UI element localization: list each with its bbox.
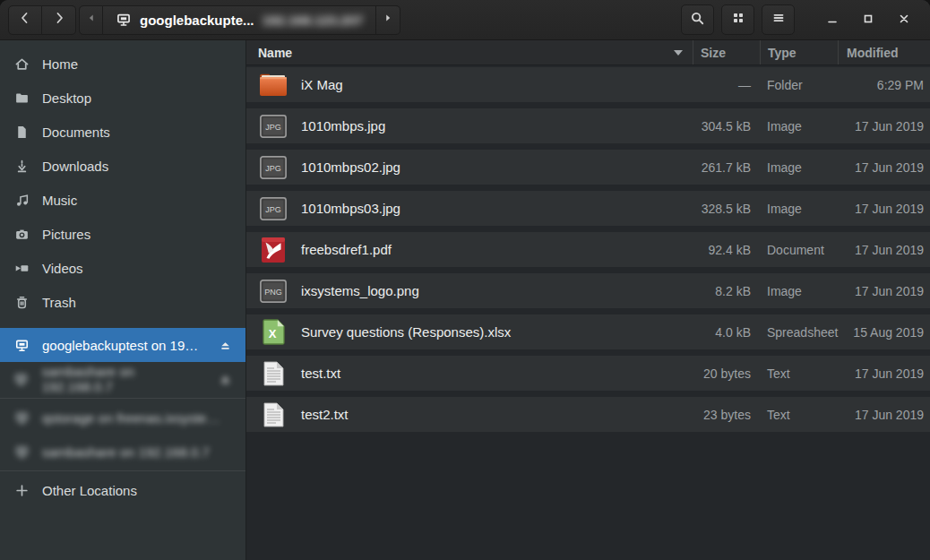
file-row[interactable]: X Survey questions (Responses).xlsx 4.0 …	[246, 314, 930, 349]
file-type: Spreadsheet	[760, 325, 838, 340]
minimize-button[interactable]	[814, 4, 850, 35]
file-size: 23 bytes	[693, 408, 760, 422]
sidebar-item-desktop[interactable]: Desktop	[0, 81, 245, 115]
search-button[interactable]	[681, 4, 714, 35]
sidebar-item-pictures[interactable]: Pictures	[0, 217, 245, 251]
sidebar-item-label: Home	[42, 56, 78, 72]
sidebar-items: Home Desktop Documents Downloads Music P…	[0, 47, 245, 507]
file-modified: 17 Jun 2019	[838, 366, 930, 381]
column-name-label: Name	[258, 46, 292, 60]
folder-icon	[13, 90, 30, 106]
svg-text:X: X	[268, 327, 276, 340]
column-header-size[interactable]: Size	[693, 40, 760, 65]
file-row[interactable]: PNG ixsystems_logo.png 8.2 kB Image 17 J…	[246, 273, 930, 308]
sidebar-item-label: Videos	[42, 261, 83, 276]
network-icon	[13, 444, 30, 460]
file-name: 1010mbps03.jpg	[301, 201, 400, 216]
file-name: test2.txt	[301, 407, 349, 422]
triangle-right-icon	[382, 12, 394, 28]
sidebar-item-label: Downloads	[42, 159, 108, 174]
titlebar: googlebackupte... 192.168.123.207	[0, 0, 930, 40]
chevron-right-icon	[52, 11, 66, 29]
jpg-file-icon: JPG	[259, 113, 288, 140]
sidebar-item-documents[interactable]: Documents	[0, 115, 245, 149]
file-modified: 17 Jun 2019	[838, 284, 930, 298]
pdf-file-icon	[259, 237, 288, 263]
sidebar-item-videos[interactable]: Videos	[0, 251, 245, 285]
file-type: Image	[760, 160, 838, 175]
file-row[interactable]: JPG 1010mbps.jpg 304.5 kB Image 17 Jun 2…	[246, 108, 930, 143]
sidebar-item-label: googlebackuptest on 19…	[42, 338, 198, 353]
sidebar-item-home[interactable]: Home	[0, 47, 245, 81]
sidebar-item-sambashare-on-192-168-0-7[interactable]: sambashare on 192.168.0.7	[0, 362, 245, 396]
eject-icon[interactable]	[219, 373, 232, 386]
file-row[interactable]: test2.txt 23 bytes Text 17 Jun 2019	[246, 397, 930, 432]
file-modified: 15 Aug 2019	[838, 325, 930, 340]
column-size-label: Size	[701, 46, 726, 60]
file-row[interactable]: JPG 1010mbps03.jpg 328.5 kB Image 17 Jun…	[246, 191, 930, 226]
path-bar: googlebackupte... 192.168.123.207	[79, 5, 400, 35]
file-type: Image	[760, 119, 838, 134]
sidebar-item-sambashare-on-192-168-0-7[interactable]: sambashare on 192.168.0.7	[0, 435, 245, 469]
file-row[interactable]: JPG 1010mbps02.jpg 261.7 kB Image 17 Jun…	[246, 150, 930, 185]
plus-icon	[13, 483, 30, 498]
file-name: ixsystems_logo.png	[301, 283, 419, 298]
forward-button[interactable]	[42, 5, 76, 35]
png-file-icon: PNG	[259, 278, 288, 305]
file-type: Image	[760, 284, 838, 298]
camera-icon	[13, 227, 30, 242]
eject-icon[interactable]	[219, 339, 232, 352]
file-modified: 17 Jun 2019	[838, 408, 930, 422]
sidebar-item-downloads[interactable]: Downloads	[0, 149, 245, 183]
sidebar-item-label: sambashare on 192.168.0.7	[42, 444, 210, 460]
grid-view-icon	[731, 11, 745, 29]
music-icon	[13, 193, 30, 208]
back-button[interactable]	[8, 5, 42, 35]
sidebar-item-qstorage-on-freenas-ixsyste[interactable]: qstorage on freenas.ixsyste…	[0, 401, 245, 435]
file-modified: 17 Jun 2019	[838, 160, 930, 175]
titlebar-right-cluster	[681, 4, 922, 35]
file-type: Text	[760, 366, 838, 381]
close-button[interactable]	[886, 4, 922, 35]
hamburger-menu-icon	[771, 11, 786, 29]
column-header-modified[interactable]: Modified	[838, 40, 930, 65]
jpg-file-icon: JPG	[259, 195, 288, 222]
sidebar-divider	[0, 398, 245, 399]
download-icon	[13, 159, 30, 174]
sidebar-divider	[0, 470, 245, 471]
file-name: iX Mag	[301, 77, 343, 92]
current-location-button[interactable]: googlebackupte... 192.168.123.207	[103, 5, 376, 35]
window-controls	[814, 4, 922, 35]
file-row[interactable]: freebsdref1.pdf 92.4 kB Document 17 Jun …	[246, 232, 930, 267]
file-type: Image	[760, 202, 838, 216]
file-row[interactable]: test.txt 20 bytes Text 17 Jun 2019	[246, 356, 930, 391]
sidebar-item-label: Desktop	[42, 90, 91, 106]
file-modified: 17 Jun 2019	[838, 119, 930, 134]
sidebar-item-trash[interactable]: Trash	[0, 285, 245, 319]
home-icon	[13, 56, 30, 72]
file-size: 20 bytes	[693, 366, 760, 381]
sidebar-item-googlebackuptest-on-19[interactable]: googlebackuptest on 19…	[0, 328, 245, 362]
column-header-name[interactable]: Name	[246, 40, 693, 65]
path-scroll-left-button[interactable]	[79, 5, 103, 35]
file-size: 92.4 kB	[693, 243, 760, 257]
minimize-icon	[825, 12, 840, 29]
menu-button[interactable]	[762, 4, 795, 35]
file-row[interactable]: iX Mag — Folder 6:29 PM	[246, 67, 930, 102]
network-icon	[13, 372, 30, 387]
file-name: Survey questions (Responses).xlsx	[301, 324, 511, 340]
sort-descending-icon	[674, 50, 683, 56]
file-modified: 6:29 PM	[838, 78, 930, 92]
column-type-label: Type	[768, 46, 797, 60]
grid-view-button[interactable]	[721, 4, 754, 35]
sidebar-item-other-locations[interactable]: Other Locations	[0, 473, 245, 507]
path-scroll-right-button[interactable]	[376, 5, 400, 35]
maximize-button[interactable]	[850, 4, 886, 35]
column-header-type[interactable]: Type	[760, 40, 838, 65]
xlsx-file-icon: X	[259, 319, 288, 346]
file-size: 304.5 kB	[693, 119, 760, 134]
svg-text:JPG: JPG	[265, 122, 281, 131]
places-sidebar: Home Desktop Documents Downloads Music P…	[0, 40, 246, 560]
sidebar-item-music[interactable]: Music	[0, 183, 245, 217]
file-modified: 17 Jun 2019	[838, 202, 930, 216]
